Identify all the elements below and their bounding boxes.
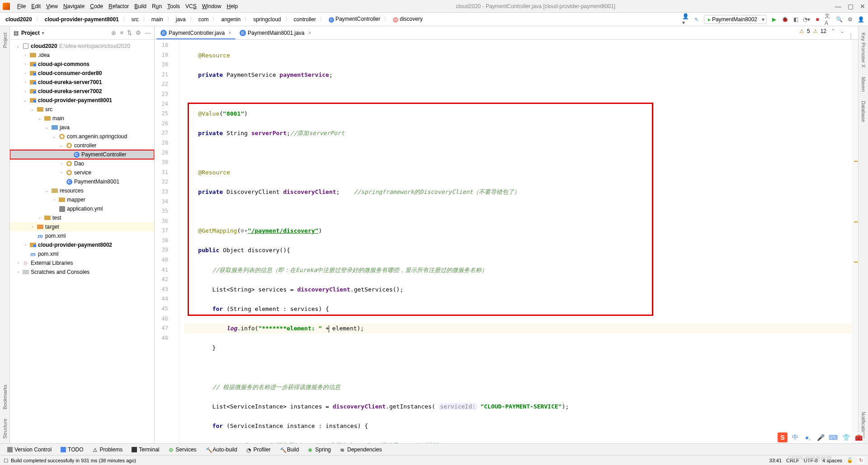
tree-test[interactable]: ›test xyxy=(10,213,154,222)
tool-build[interactable]: 🔨Build xyxy=(276,446,303,454)
tool-keypromoter-tab[interactable]: Key Promoter X xyxy=(861,33,866,68)
tree-target[interactable]: ›target xyxy=(10,222,154,231)
close-icon[interactable]: ✕ xyxy=(860,3,865,10)
ime-keyboard-icon[interactable]: ⌨ xyxy=(828,432,838,442)
ime-punct-icon[interactable]: ●, xyxy=(803,432,813,442)
crumb-module[interactable]: cloud-provider-payment8001 xyxy=(43,15,121,23)
tool-bookmarks-tab[interactable]: Bookmarks xyxy=(2,385,8,409)
menu-file[interactable]: File xyxy=(14,1,28,11)
tree-controller[interactable]: ⌄controller xyxy=(10,141,154,150)
tool-version-control[interactable]: Version Control xyxy=(4,446,55,454)
tree-payment8002[interactable]: ›cloud-provider-payment8002 xyxy=(10,240,154,249)
tool-services[interactable]: ⚙Services xyxy=(165,446,200,454)
tool-profiler[interactable]: ◔Profiler xyxy=(243,446,274,454)
back-arrow-icon[interactable]: ↖ xyxy=(693,16,700,23)
crumb-controller[interactable]: controller xyxy=(292,15,318,23)
code-editor[interactable]: @Resource private PaymentService payment… xyxy=(179,40,858,443)
status-position[interactable]: 33:41 xyxy=(769,458,782,463)
crumb-src[interactable]: src xyxy=(130,15,141,23)
mini-map[interactable] xyxy=(853,40,858,443)
crumb-main[interactable]: main xyxy=(150,15,165,23)
avatar-icon[interactable]: 👤 xyxy=(857,16,864,23)
tool-project-tab[interactable]: Project xyxy=(2,33,8,48)
status-restart-icon[interactable]: ↻ xyxy=(858,457,864,464)
project-tree[interactable]: ⌄cloud2020E:\idea-workspace\cloud2020 ›.… xyxy=(10,40,154,443)
tab-close-icon[interactable]: × xyxy=(228,30,231,36)
tree-scratches[interactable]: ›Scratches and Consoles xyxy=(10,268,154,277)
select-opened-icon[interactable]: ⊕ xyxy=(111,29,116,36)
minimize-icon[interactable]: — xyxy=(835,3,841,10)
run-config-dropdown[interactable]: ▸ PaymentMain8002 xyxy=(704,15,767,24)
menu-help[interactable]: Help xyxy=(224,1,241,11)
crumb-method[interactable]: mdiscovery xyxy=(391,15,425,23)
crumb-com[interactable]: com xyxy=(197,15,211,23)
tree-idea[interactable]: ›.idea xyxy=(10,51,154,60)
tree-payment-main[interactable]: CPaymentMain8001 xyxy=(10,177,154,186)
menu-window[interactable]: Window xyxy=(199,1,224,11)
gutter[interactable]: 1819202122232425262728293031323334353637… xyxy=(155,40,179,443)
run-icon[interactable]: ▶ xyxy=(770,16,778,23)
expand-all-icon[interactable]: ≡ xyxy=(120,29,123,36)
crumb-angenin[interactable]: angenin xyxy=(219,15,242,23)
menu-navigate[interactable]: Navigate xyxy=(61,1,87,11)
status-linesep[interactable]: CRLF xyxy=(786,458,799,463)
tree-consumer[interactable]: ›cloud-consumer-order80 xyxy=(10,69,154,78)
tree-pom2[interactable]: mpom.xml xyxy=(10,249,154,258)
crumb-project[interactable]: cloud2020 xyxy=(4,15,34,23)
tree-dao[interactable]: ›Dao xyxy=(10,159,154,168)
crumb-springcloud[interactable]: springcloud xyxy=(251,15,283,23)
tree-payment-controller[interactable]: CPaymentController xyxy=(10,150,154,159)
project-panel-dropdown[interactable]: ▾ xyxy=(42,30,44,36)
tool-spring[interactable]: ❀Spring xyxy=(304,446,335,454)
tree-root[interactable]: ⌄cloud2020E:\idea-workspace\cloud2020 xyxy=(10,42,154,51)
tool-auto-build[interactable]: 🔨Auto-build xyxy=(202,446,241,454)
tree-eureka7001[interactable]: ›cloud-eureka-server7001 xyxy=(10,78,154,87)
panel-hide-icon[interactable]: — xyxy=(145,29,151,36)
search-icon[interactable]: 🔍 xyxy=(835,16,843,23)
crumb-class[interactable]: CPaymentController xyxy=(327,15,382,23)
tree-package[interactable]: ⌄com.angenin.springcloud xyxy=(10,132,154,141)
ime-toolbox-icon[interactable]: 🧰 xyxy=(854,432,863,442)
tool-database-tab[interactable]: Database xyxy=(861,101,866,122)
tool-dependencies[interactable]: ≋Dependencies xyxy=(336,446,386,454)
menu-build[interactable]: Build xyxy=(132,1,149,11)
add-user-icon[interactable]: 👤▾ xyxy=(682,16,689,23)
tree-service[interactable]: ›service xyxy=(10,168,154,177)
status-lock-icon[interactable]: 🔓 xyxy=(847,457,853,463)
tree-main[interactable]: ⌄main xyxy=(10,114,154,123)
tree-mapper[interactable]: ›mapper xyxy=(10,195,154,204)
menu-vcs[interactable]: VCS xyxy=(183,1,199,11)
tabs-more-icon[interactable]: ⋮ xyxy=(844,33,858,39)
tree-api-commons[interactable]: ›cloud-api-commons xyxy=(10,60,154,69)
coverage-icon[interactable]: ◧ xyxy=(792,16,799,23)
tree-app-yml[interactable]: application.yml xyxy=(10,204,154,213)
tab-close-icon[interactable]: × xyxy=(308,30,311,36)
tool-todo[interactable]: TODO xyxy=(57,446,87,454)
ime-skin-icon[interactable]: 👕 xyxy=(841,432,851,442)
inspection-widget[interactable]: ⚠5 ⚠12 ⌃ ⌄ xyxy=(799,28,844,34)
maximize-icon[interactable]: ▢ xyxy=(848,3,854,10)
tree-pom1[interactable]: mpom.xml xyxy=(10,231,154,240)
ime-lang-icon[interactable]: 中 xyxy=(790,432,800,442)
tree-ext-lib[interactable]: ›⊪External Libraries xyxy=(10,258,154,268)
tool-maven-tab[interactable]: Maven xyxy=(861,77,866,92)
menu-run[interactable]: Run xyxy=(149,1,165,11)
tree-resources[interactable]: ⌄resources xyxy=(10,186,154,195)
tree-eureka7002[interactable]: ›cloud-eureka-server7002 xyxy=(10,87,154,96)
tree-src[interactable]: ⌄src xyxy=(10,105,154,114)
tab-payment-main[interactable]: CPaymentMain8001.java× xyxy=(236,27,315,39)
tool-terminal[interactable]: Terminal xyxy=(128,446,163,454)
menu-code[interactable]: Code xyxy=(87,1,106,11)
tool-structure-tab[interactable]: Structure xyxy=(2,418,8,439)
profile-icon[interactable]: ◔▾ xyxy=(803,16,810,23)
collapse-all-icon[interactable]: ⇅ xyxy=(127,29,132,36)
tree-java[interactable]: ⌄java xyxy=(10,123,154,132)
tab-payment-controller[interactable]: CPaymentController.java× xyxy=(156,27,236,39)
tool-problems[interactable]: ⚠Problems xyxy=(89,446,127,454)
translate-icon[interactable]: 文A xyxy=(825,16,832,23)
prev-highlight-icon[interactable]: ⌃ xyxy=(831,28,835,34)
status-encoding[interactable]: UTF-8 xyxy=(804,458,818,463)
debug-icon[interactable]: 🐞 xyxy=(781,16,788,23)
ime-sogou-icon[interactable]: S xyxy=(778,432,788,442)
stop-icon[interactable]: ■ xyxy=(814,16,821,23)
